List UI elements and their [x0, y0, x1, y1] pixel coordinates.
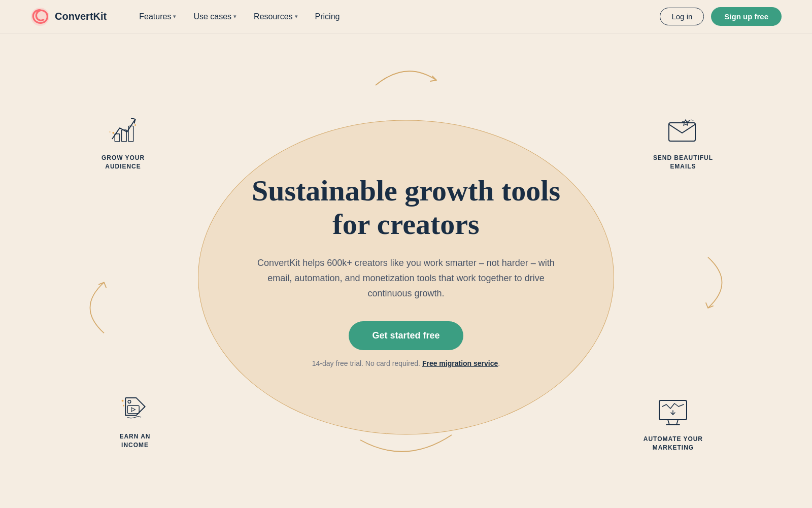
- feature-earn-label: EARN ANINCOME: [120, 432, 151, 450]
- hero-title: Sustainable growth tools for creators: [249, 174, 563, 242]
- automation-icon: [655, 393, 691, 430]
- chevron-down-icon: ▾: [295, 13, 298, 20]
- feature-automate-label: AUTOMATE YOURMARKETING: [644, 435, 703, 452]
- svg-rect-11: [659, 400, 687, 420]
- hero-content: Sustainable growth tools for creators Co…: [249, 174, 563, 367]
- svg-point-10: [123, 405, 124, 407]
- svg-point-4: [112, 132, 114, 134]
- nav-links: Features ▾ Use cases ▾ Resources ▾ Prici…: [132, 8, 660, 25]
- hero-section: Sustainable growth tools for creators Co…: [0, 33, 812, 508]
- feature-email-label: SEND BEAUTIFULEMAILS: [653, 154, 713, 171]
- feature-grow: GROW YOURAUDIENCE: [101, 112, 145, 171]
- chevron-down-icon: ▾: [233, 13, 236, 20]
- chevron-down-icon: ▾: [173, 13, 176, 20]
- trial-info: 14-day free trial. No card required. Fre…: [249, 359, 563, 367]
- envelope-icon: [665, 112, 701, 149]
- nav-right: Log in Sign up free: [660, 7, 782, 26]
- logo-icon: [30, 7, 50, 26]
- arrow-left-icon: [79, 277, 109, 340]
- nav-features[interactable]: Features ▾: [132, 8, 183, 25]
- nav-pricing[interactable]: Pricing: [308, 8, 347, 25]
- svg-point-5: [134, 124, 136, 126]
- nav-resources[interactable]: Resources ▾: [247, 8, 304, 25]
- svg-rect-8: [127, 406, 139, 414]
- feature-grow-label: GROW YOURAUDIENCE: [101, 154, 145, 171]
- brand-name: ConvertKit: [55, 11, 107, 22]
- feature-automate: AUTOMATE YOURMARKETING: [644, 393, 703, 452]
- svg-rect-1: [115, 134, 120, 142]
- migration-link[interactable]: Free migration service: [422, 359, 498, 367]
- svg-rect-6: [669, 123, 695, 141]
- nav-use-cases[interactable]: Use cases ▾: [186, 8, 244, 25]
- video-product-icon: [117, 391, 153, 427]
- login-button[interactable]: Log in: [660, 8, 704, 25]
- logo[interactable]: ConvertKit: [30, 7, 107, 26]
- arrow-bottom-icon: [355, 427, 457, 460]
- arrow-right-icon: [703, 252, 733, 315]
- signup-button[interactable]: Sign up free: [711, 7, 782, 26]
- chart-growth-icon: [105, 112, 142, 149]
- feature-earn: EARN ANINCOME: [117, 391, 153, 450]
- arrow-top-icon: [370, 65, 442, 92]
- hero-subtitle: ConvertKit helps 600k+ creators like you…: [249, 256, 563, 301]
- feature-email: SEND BEAUTIFULEMAILS: [653, 112, 713, 171]
- navbar: ConvertKit Features ▾ Use cases ▾ Resour…: [0, 0, 812, 33]
- get-started-button[interactable]: Get started free: [349, 321, 463, 350]
- svg-point-7: [128, 400, 131, 403]
- svg-point-9: [122, 400, 124, 402]
